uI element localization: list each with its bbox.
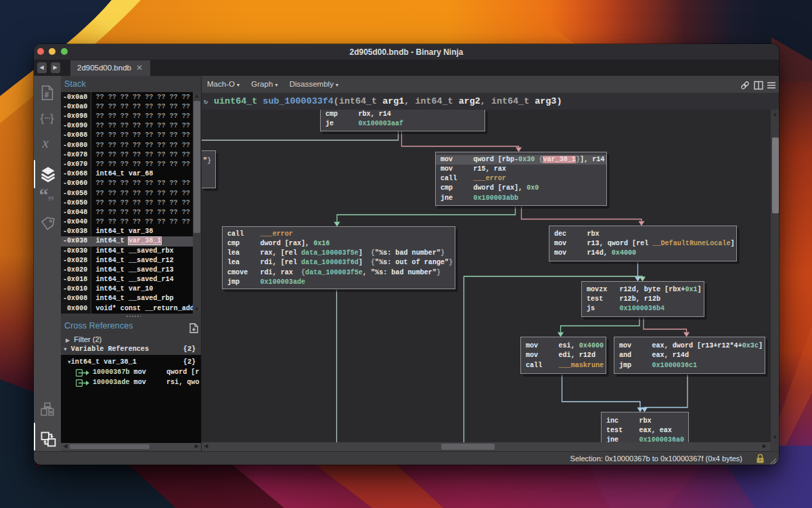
svg-text:#: # [45,90,49,100]
svg-text:}: } [50,112,54,124]
svg-text:{: { [41,112,45,124]
svg-text:x: x [42,136,49,151]
svg-text:”: ” [47,194,54,205]
